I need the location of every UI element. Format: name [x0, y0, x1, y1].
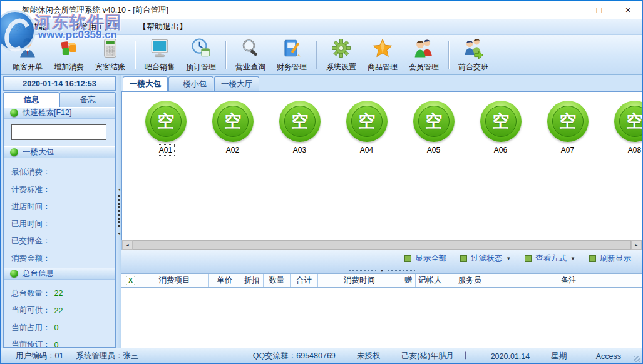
toolbar-separator: [448, 41, 449, 69]
menu-help-exit[interactable]: 【帮助退出】: [138, 21, 187, 33]
export-excel-button[interactable]: X: [121, 274, 140, 287]
col-total[interactable]: 合计: [291, 274, 318, 287]
toolbar-bar-sale[interactable]: 吧台销售: [139, 38, 180, 73]
col-clerk[interactable]: 记帐人: [416, 274, 445, 287]
col-item[interactable]: 消费项目: [140, 274, 209, 287]
area-tab-floor2-small[interactable]: 二楼小包: [168, 76, 213, 91]
filter-status-button[interactable]: 过滤状态 ▼: [460, 253, 511, 264]
room-status-text: 空: [492, 113, 509, 130]
status-lunar-date: 己亥(猪)年腊月二十: [401, 351, 469, 361]
room-tile-a01[interactable]: 空 A01: [132, 101, 199, 240]
room-horizontal-scrollbar[interactable]: ◄ ►: [121, 240, 642, 250]
workspace: 2020-01-14 16:12:53 信息 备忘 快速检索[F12] 一楼大包: [1, 75, 642, 348]
dropdown-caret-icon: ▼: [570, 256, 575, 261]
close-button[interactable]: ×: [614, 1, 642, 19]
area-tab-floor1-hall[interactable]: 一楼大厅: [214, 76, 259, 91]
splitter-collapse-icon[interactable]: ◄: [117, 231, 121, 236]
sidebar-splitter[interactable]: ◄ ◄: [116, 75, 121, 348]
quick-search-title: 快速检索[F12]: [23, 108, 72, 118]
field-value: 22: [54, 289, 63, 298]
room-tile-a07[interactable]: 空 A07: [534, 101, 601, 240]
star-icon: [371, 38, 394, 61]
field-label: 消费金额：: [11, 253, 51, 264]
green-ball-icon: [10, 109, 18, 117]
scroll-left-icon[interactable]: ◄: [122, 240, 133, 250]
desk-info-header[interactable]: 总台信息: [4, 268, 115, 280]
customer-order-icon: [16, 38, 39, 61]
room-id: A04: [358, 145, 375, 155]
splitter-handle[interactable]: [349, 270, 376, 271]
desk-info-title: 总台信息: [23, 268, 54, 279]
toolbar-product-management[interactable]: 商品管理: [362, 38, 403, 73]
quick-search-header[interactable]: 快速检索[F12]: [4, 107, 115, 119]
toolbar-separator: [135, 41, 135, 69]
room-status-icon: 空: [614, 101, 643, 142]
col-waiter[interactable]: 服务员: [445, 274, 495, 287]
splitter-collapse-icon[interactable]: ◄: [117, 187, 121, 192]
toolbar-label: 前台交班: [458, 62, 488, 73]
col-gift[interactable]: 赠: [401, 274, 416, 287]
green-square-icon: [589, 255, 596, 262]
toolbar-label: 宾客结账: [95, 62, 125, 73]
gear-icon: [330, 38, 352, 61]
room-grid: 空 A01 空 A02 空 A03 空 A04 空 A05: [121, 91, 642, 240]
resize-grip[interactable]: [634, 356, 640, 362]
toolbar-guest-checkout[interactable]: 宾客结账: [90, 38, 131, 73]
toolbar-business-query[interactable]: 营业查询: [230, 38, 271, 73]
toolbar-label: 财务管理: [277, 62, 307, 73]
main-toolbar: 顾客开单 增加消费 宾客结账: [1, 35, 642, 75]
toolbar-reservation[interactable]: 预订管理: [180, 38, 222, 73]
room-tile-a08[interactable]: 空 A08: [601, 101, 642, 240]
room-id: A06: [492, 145, 509, 155]
toolbar-add-consumption[interactable]: 增加消费: [48, 38, 90, 73]
col-note[interactable]: 备注: [495, 274, 642, 287]
room-info-fields: 最低消费： 计费标准： 进店时间： 已用时间： 已交押金： 消费金额：: [4, 158, 115, 268]
room-info-title: 一楼大包: [23, 147, 54, 158]
minimize-button[interactable]: —: [556, 1, 585, 19]
room-tile-a02[interactable]: 空 A02: [199, 101, 266, 240]
room-status-text: 空: [224, 113, 241, 130]
members-icon: [413, 38, 435, 61]
splitter-down-icon[interactable]: ▼: [380, 268, 384, 273]
quick-search-input[interactable]: [11, 124, 106, 140]
refresh-button[interactable]: 刷新显示: [589, 253, 631, 264]
room-tile-a05[interactable]: 空 A05: [400, 101, 467, 240]
menu-tools[interactable]: 【常用工具】: [72, 21, 121, 33]
info-sidebar: 2020-01-14 16:12:53 信息 备忘 快速检索[F12] 一楼大包: [1, 75, 116, 348]
col-time[interactable]: 消费时间: [318, 274, 401, 287]
col-quantity[interactable]: 数量: [264, 274, 291, 287]
tab-memo[interactable]: 备忘: [59, 92, 116, 107]
toolbar-finance[interactable]: 财务管理: [271, 38, 312, 73]
calculator-icon: [99, 38, 121, 61]
room-action-bar: 显示全部 过滤状态 ▼ 查看方式 ▼ 刷新显示: [121, 250, 642, 267]
col-discount[interactable]: 折扣: [240, 274, 264, 287]
room-tile-a03[interactable]: 空 A03: [266, 101, 333, 240]
toolbar-label: 系统设置: [326, 62, 356, 73]
toolbar-system-settings[interactable]: 系统设置: [321, 38, 362, 73]
table-splitter[interactable]: ▼: [121, 267, 642, 273]
monitor-icon: [148, 38, 171, 61]
title-bar: 智能休闲会所管理系统 v40.10 - [前台管理] — □ ×: [1, 0, 642, 19]
room-status-icon: 空: [212, 101, 254, 142]
field-value: 22: [54, 306, 63, 315]
toolbar-customer-order[interactable]: 顾客开单: [7, 38, 48, 73]
green-square-icon: [404, 255, 411, 262]
tab-info[interactable]: 信息: [3, 92, 59, 107]
view-mode-button[interactable]: 查看方式 ▼: [525, 253, 575, 264]
area-tab-floor1-large[interactable]: 一楼大包: [123, 76, 168, 91]
sidebar-panel: 快速检索[F12] 一楼大包 最低消费： 计费标准： 进店时间： 已用时间： 已…: [3, 107, 116, 348]
scroll-right-icon[interactable]: ►: [631, 240, 642, 250]
toolbar-shift-change[interactable]: 前台交班: [453, 38, 494, 73]
toolbar-member-management[interactable]: 会员管理: [403, 38, 445, 73]
col-price[interactable]: 单价: [209, 274, 240, 287]
maximize-button[interactable]: □: [585, 1, 614, 19]
menu-system[interactable]: 【系统功能】: [6, 21, 54, 33]
show-all-button[interactable]: 显示全部: [404, 253, 446, 264]
splitter-handle[interactable]: [118, 195, 120, 228]
room-tile-a04[interactable]: 空 A04: [333, 101, 400, 240]
scrollbar-thumb[interactable]: [133, 240, 631, 250]
room-tile-a06[interactable]: 空 A06: [467, 101, 534, 240]
room-info-header[interactable]: 一楼大包: [4, 146, 115, 158]
splitter-handle[interactable]: [388, 270, 415, 271]
status-date: 2020.01.14: [491, 352, 530, 361]
